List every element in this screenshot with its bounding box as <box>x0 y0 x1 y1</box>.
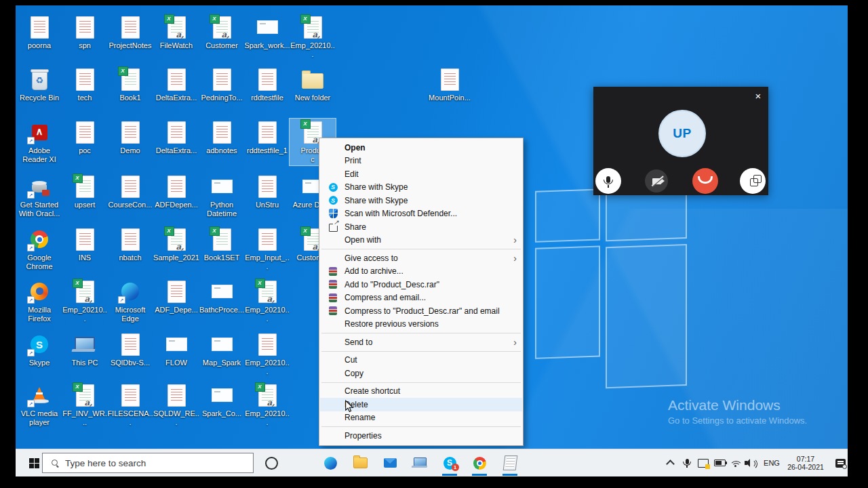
context-menu-item-share[interactable]: Share <box>320 220 522 234</box>
desktop-icon-this-pc[interactable]: This PC <box>62 331 108 369</box>
context-menu-item-share-with-skype[interactable]: SShare with Skype <box>320 181 522 195</box>
desktop-icon-book1set[interactable]: XBook1SET <box>199 226 245 264</box>
desktop-icon-poorna[interactable]: poorna <box>16 14 62 52</box>
edge-taskbar-button[interactable] <box>318 449 342 476</box>
desktop-icon-adbnotes[interactable]: adbnotes <box>199 119 245 157</box>
desktop-icon-book1[interactable]: XBook1 <box>107 66 153 104</box>
desktop-icon-adf-depe[interactable]: ADF_Depe... <box>153 278 199 316</box>
tray-expand-button[interactable] <box>663 449 677 476</box>
desktop-icon-upsert[interactable]: Xupsert <box>62 173 108 211</box>
context-menu-item-add-to-product-desc-rar[interactable]: Add to "Product_Desc.rar" <box>320 278 522 291</box>
desktop-icon-ff-inv-wr[interactable]: Xa,FF_INV_WR... <box>62 382 108 428</box>
context-menu-item-restore-previous-versions[interactable]: Restore previous versions <box>320 318 522 331</box>
desktop-icon-get-started-with-oracl[interactable]: Get Started With Oracl... <box>16 173 62 220</box>
mail-taskbar-button[interactable] <box>378 449 402 476</box>
context-menu-item-create-shortcut[interactable]: Create shortcut <box>320 385 522 399</box>
laptop-taskbar-button[interactable] <box>408 449 432 476</box>
desktop-icon-demo[interactable]: Demo <box>107 119 153 157</box>
desktop-icon-sqldw-re[interactable]: SQLDW_RE... <box>153 382 199 428</box>
tray-volume[interactable] <box>743 449 757 476</box>
tray-microphone[interactable] <box>680 449 694 476</box>
desktop-icon-unstru[interactable]: UnStru <box>244 173 290 211</box>
desktop-icon-deltaextra[interactable]: DeltaExtra... <box>153 119 199 157</box>
desktop-icon-microsoft-edge[interactable]: Microsoft Edge <box>107 278 153 325</box>
context-menu-item-open[interactable]: Open <box>320 141 522 155</box>
cortana-button[interactable] <box>260 449 283 476</box>
desktop-icon-mountpoin[interactable]: MountPoin... <box>427 66 473 104</box>
doc-icon <box>121 176 140 198</box>
desktop-icon-emp-20210[interactable]: Xa,Emp_20210... <box>244 278 290 325</box>
desktop-icon-python-datetime[interactable]: Python Datetime <box>199 173 245 220</box>
context-menu-item-send-to[interactable]: Send to› <box>320 336 522 349</box>
context-menu-item-scan-with-microsoft-defender[interactable]: Scan with Microsoft Defender... <box>320 207 522 221</box>
notification-icon <box>835 459 846 468</box>
context-menu-item-open-with[interactable]: Open with› <box>320 234 522 247</box>
desktop-icon-pedningto[interactable]: PedningTo... <box>199 66 245 104</box>
tray-network[interactable] <box>728 449 743 476</box>
context-menu-item-share-with-skype[interactable]: SShare with Skype <box>320 194 522 207</box>
tray-display-settings[interactable] <box>696 449 711 476</box>
desktop-icon-google-chrome[interactable]: Google Chrome <box>16 226 62 272</box>
desktop-icon-adfdepen[interactable]: ADFDepen... <box>153 173 199 211</box>
desktop-icon-bathcproce[interactable]: BathcProce... <box>199 278 245 316</box>
search-input[interactable]: Type here to search <box>42 453 254 473</box>
desktop-icon-adobe-reader-xi[interactable]: Adobe Reader XI <box>16 119 62 165</box>
desktop-icon-label: SQlDbv-S... <box>111 359 150 367</box>
desktop-icon-customer[interactable]: Xa,Customer <box>199 14 245 52</box>
desktop-icon-spn[interactable]: spn <box>62 14 108 52</box>
desktop-icon-recycle-bin[interactable]: Recycle Bin <box>16 66 62 104</box>
desktop-icon-emp-20210[interactable]: Emp_20210... <box>244 331 290 378</box>
context-menu-item-compress-to-product-desc-rar-and-email[interactable]: Compress to "Product_Desc.rar" and email <box>320 304 522 318</box>
end-call-button[interactable] <box>692 168 718 194</box>
desktop-icon-map-spark[interactable]: Map_Spark <box>199 331 245 369</box>
microphone-button[interactable] <box>595 168 621 194</box>
desktop-icon-filescena[interactable]: FILESCENA... <box>107 382 153 428</box>
desktop-icon-rddtestfile[interactable]: rddtestfile <box>244 66 290 104</box>
context-menu-item-give-access-to[interactable]: Give access to› <box>320 251 522 265</box>
context-menu-item-add-to-archive[interactable]: Add to archive... <box>320 265 522 279</box>
desktop-icon-rddtestfile-1[interactable]: rddtestfile_1 <box>244 119 290 157</box>
desktop-icon-sample-2021[interactable]: Xa,Sample_2021 <box>153 226 199 264</box>
context-menu-item-cut[interactable]: Cut <box>320 354 522 367</box>
action-center-button[interactable] <box>832 449 848 476</box>
desktop-icon-projectnotes[interactable]: ProjectNotes <box>107 14 153 52</box>
desktop-icon-nbatch[interactable]: nbatch <box>107 226 153 264</box>
desktop-icon-poc[interactable]: poc <box>62 119 108 157</box>
notepad-taskbar-button[interactable] <box>498 449 522 476</box>
task-view-taskbar-button[interactable] <box>287 449 311 476</box>
desktop-icon-emp-input[interactable]: Emp_Input_... <box>244 226 290 272</box>
menu-separator <box>321 333 521 333</box>
file-explorer-taskbar-button[interactable] <box>348 449 372 476</box>
context-menu-item-print[interactable]: Print <box>320 155 522 168</box>
desktop-icon-deltaextra[interactable]: DeltaExtra... <box>153 66 199 104</box>
desktop-icon-emp-20210[interactable]: Xa,Emp_20210... <box>244 382 290 428</box>
context-menu-item-rename[interactable]: Rename <box>320 411 522 425</box>
desktop-icon-coursecon[interactable]: CourseCon... <box>107 173 153 211</box>
desktop-icon-spark-work[interactable]: Spark_work... <box>244 14 290 52</box>
menu-item-label: Add to "Product_Desc.rar" <box>344 280 439 289</box>
clock[interactable]: 07:17 26-04-2021 <box>785 449 827 476</box>
camera-off-button[interactable] <box>645 169 668 192</box>
context-menu-item-properties[interactable]: Properties <box>320 429 522 443</box>
desktop-icon-new-folder[interactable]: New folder <box>290 66 336 104</box>
desktop-icon-spark-co[interactable]: Spark_Co... <box>199 382 245 420</box>
desktop-icon-emp-20210[interactable]: Xa,Emp_20210... <box>62 278 108 325</box>
desktop-icon-ins[interactable]: INS <box>62 226 108 264</box>
context-menu-item-copy[interactable]: Copy <box>320 367 522 380</box>
desktop-icon-filewatch[interactable]: Xa,FileWatch <box>153 14 199 52</box>
context-menu-item-compress-and-email[interactable]: Compress and email... <box>320 291 522 305</box>
desktop-icon-flow[interactable]: FLOW <box>153 331 199 369</box>
desktop-icon-tech[interactable]: tech <box>62 66 108 104</box>
context-menu-item-edit[interactable]: Edit <box>320 167 522 181</box>
close-icon[interactable]: × <box>751 89 765 102</box>
tray-battery[interactable] <box>712 449 727 476</box>
language-indicator[interactable]: ENG <box>760 449 783 476</box>
pop-out-button[interactable] <box>740 168 766 194</box>
desktop-icon-sqldbv-s[interactable]: SQlDbv-S... <box>107 331 153 369</box>
desktop-icon-vlc-media-player[interactable]: VLC media player <box>16 382 62 428</box>
desktop-icon-skype[interactable]: Skype <box>16 331 62 369</box>
desktop-icon-emp-20210[interactable]: Xa,Emp_20210... <box>290 14 336 60</box>
desktop-icon-mozilla-firefox[interactable]: Mozilla Firefox <box>16 278 62 325</box>
skype-taskbar-button[interactable]: S1 <box>437 449 462 476</box>
chrome-taskbar-button[interactable] <box>467 449 492 476</box>
